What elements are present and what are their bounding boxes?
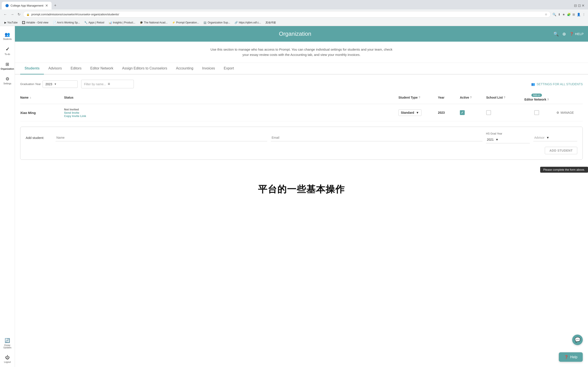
school-list-label: School List [486, 96, 503, 99]
back-button[interactable]: ← [3, 12, 8, 17]
page-title: Organization [37, 30, 553, 37]
hs-grad-year-chevron: ▼ [495, 138, 499, 141]
year-label: Year [438, 96, 444, 99]
col-header-status: Status [64, 96, 398, 99]
school-info-icon[interactable]: ? [503, 96, 505, 99]
bookmark-youtube[interactable]: ▶ YouTube [3, 20, 19, 25]
extension-icon-5[interactable]: ⊞ [572, 13, 575, 16]
extension-icon-3[interactable]: ★ [562, 13, 565, 16]
toolbar-icons: 🔍 ⬇ ★ 🧩 ⊞ 👤 ⋮ [553, 13, 585, 16]
sidebar-item-settings[interactable]: ⚙ Settings [1, 74, 14, 87]
student-editor-network-checkbox[interactable] [517, 110, 556, 115]
menu-icon[interactable]: ⋮ [582, 13, 585, 16]
sidebar-item-organization[interactable]: ⊞ Organization [1, 59, 14, 72]
hs-grad-year-select[interactable]: 2021 ▼ [486, 136, 530, 143]
add-button[interactable]: ⊕ [562, 31, 566, 37]
form-fields-row: Add student: HS Grad Year 2021 ▼ Advisor… [26, 132, 577, 143]
student-status: Not Invited Send Invite Copy Invite Link [64, 108, 398, 118]
forward-button[interactable]: → [10, 12, 15, 17]
sidebar-item-students[interactable]: 👥 Students [1, 30, 14, 42]
help-button[interactable]: ❓ HELP [570, 32, 584, 36]
floating-chat-button[interactable]: 💬 [572, 334, 583, 345]
editor-network-checkbox-unchecked[interactable] [534, 110, 539, 115]
bookmarks-more[interactable]: 其他书签 [266, 21, 276, 25]
editor-network-info-icon-2[interactable]: ? [547, 98, 549, 101]
bookmark-ann[interactable]: 📄 Ann's Working Sp... [51, 20, 82, 25]
school-list-checkbox-unchecked[interactable] [486, 110, 491, 115]
filter-options-button[interactable]: ≡ [108, 82, 110, 86]
student-type-value: Standard [401, 111, 414, 114]
tab-advisors[interactable]: Advisors [44, 63, 66, 75]
active-tab[interactable]: 🔵 College App Management ✕ [2, 2, 52, 9]
sidebar-item-todo[interactable]: ✓ To-do [1, 44, 14, 58]
tab-export[interactable]: Export [219, 63, 238, 75]
tab-accounting[interactable]: Accounting [172, 63, 198, 75]
type-info-icon[interactable]: ? [419, 96, 420, 99]
tab-students[interactable]: Students [20, 63, 44, 75]
bookmark-qtbm[interactable]: 🔗 https://qtbm.xdf.c... [233, 20, 263, 25]
settings-all-label: SETTINGS FOR ALL STUDENTS [537, 82, 583, 86]
copy-invite-link[interactable]: Copy Invite Link [64, 114, 398, 118]
sidebar-students-label: Students [3, 38, 12, 40]
extension-icon-4[interactable]: 🧩 [567, 13, 571, 16]
tab-editor-network[interactable]: Editor Network [86, 63, 118, 75]
student-email-input[interactable] [271, 134, 483, 141]
bookmark-youtube-icon: ▶ [4, 21, 6, 24]
new-tab-button[interactable]: + [52, 2, 58, 9]
tab-close-button[interactable]: ✕ [45, 3, 48, 8]
col-header-type: Student Type ? [398, 96, 438, 99]
grad-year-select[interactable]: 2023 ▼ [43, 80, 78, 88]
add-student-button[interactable]: ADD STUDENT [545, 147, 577, 154]
bookmark-retool[interactable]: 🔧 Apps | Retool [83, 20, 106, 25]
extension-icon-2[interactable]: ⬇ [558, 13, 561, 16]
advisor-select[interactable]: Advisor ▼ [533, 134, 577, 141]
browser-chrome: 🔵 College App Management ✕ + ⊟ ⊡ ✕ ← → ↻… [0, 0, 588, 26]
help-bar-icon: ❓ [564, 355, 569, 359]
bookmark-insights[interactable]: 📊 Insights | Product... [107, 20, 137, 25]
tab-assign-editors[interactable]: Assign Editors to Counselors [118, 63, 172, 75]
student-name-input[interactable] [55, 134, 267, 141]
student-type-select: Standard ▼ [398, 109, 438, 116]
sidebar-item-logout[interactable]: ⏻ Logout [1, 353, 14, 366]
tab-invoices[interactable]: Invoices [198, 63, 219, 75]
org-header: Organization 🔍 ⊕ ❓ HELP [15, 26, 588, 42]
tab-editors[interactable]: Editors [66, 63, 86, 75]
col-header-editor-network: Add-on Editor Network? [517, 93, 556, 101]
col-header-active: Active ? [460, 96, 486, 99]
search-button[interactable]: 🔍 [553, 31, 559, 37]
bookmark-ann-label: Ann's Working Sp... [57, 21, 80, 24]
help-bar-label: Help [570, 355, 578, 359]
student-school-list-checkbox[interactable] [486, 110, 517, 115]
send-invite-link[interactable]: Send Invite [64, 111, 398, 114]
bookmark-national-acad-icon: 🎓 [140, 21, 143, 24]
url-text: prompt.com/admissions/counselor/#/counse… [31, 13, 543, 16]
filter-name-input[interactable]: Filter by name... ≡ [81, 80, 134, 88]
sidebar-settings-label: Settings [3, 82, 11, 85]
add-student-form: Add student: HS Grad Year 2021 ▼ Advisor… [20, 127, 583, 160]
sidebar-item-essay-updates[interactable]: 🔄 Essay Updates [1, 336, 14, 351]
todo-icon: ✓ [6, 46, 9, 52]
settings-all-students-button[interactable]: 👥 SETTINGS FOR ALL STUDENTS [531, 82, 583, 86]
sidebar-essay-updates-label: Essay Updates [3, 344, 12, 349]
editor-network-label: Editor Network? [524, 98, 549, 101]
bookmark-star[interactable]: ☆ [545, 13, 547, 16]
extension-icon-1[interactable]: 🔍 [553, 13, 556, 16]
manage-button[interactable]: ⚙ MANAGE [556, 111, 574, 114]
table-header: Name ↓ Status Student Type ? Year Active… [20, 91, 583, 104]
bookmark-national-acad[interactable]: 🎓 The National Acad... [138, 20, 169, 25]
active-info-icon[interactable]: ? [470, 96, 472, 99]
reload-button[interactable]: ↻ [17, 11, 21, 17]
bookmark-prompt-ops[interactable]: ⚡ Prompt Operation... [170, 20, 201, 25]
bookmark-org-sup[interactable]: 🏢 Organization Sup... [202, 20, 232, 25]
sort-icon[interactable]: ↓ [30, 96, 31, 99]
help-bottom-bar-button[interactable]: ❓ Help [559, 352, 583, 362]
profile-icon[interactable]: 👤 [577, 13, 580, 16]
url-bar[interactable]: 🔒 prompt.com/admissions/counselor/#/coun… [23, 11, 551, 17]
active-checkbox-checked[interactable]: ✓ [460, 110, 465, 115]
student-active-checkbox[interactable]: ✓ [460, 110, 486, 115]
grad-year-filter: Graduation Year 2023 ▼ [20, 80, 78, 88]
addon-badge: Add-on [531, 93, 542, 97]
student-type-dropdown[interactable]: Standard ▼ [398, 109, 422, 116]
editor-network-text-inner: Editor Network [524, 98, 546, 101]
bookmark-airtable[interactable]: 🔲 Airtable - Grid view [20, 20, 50, 25]
